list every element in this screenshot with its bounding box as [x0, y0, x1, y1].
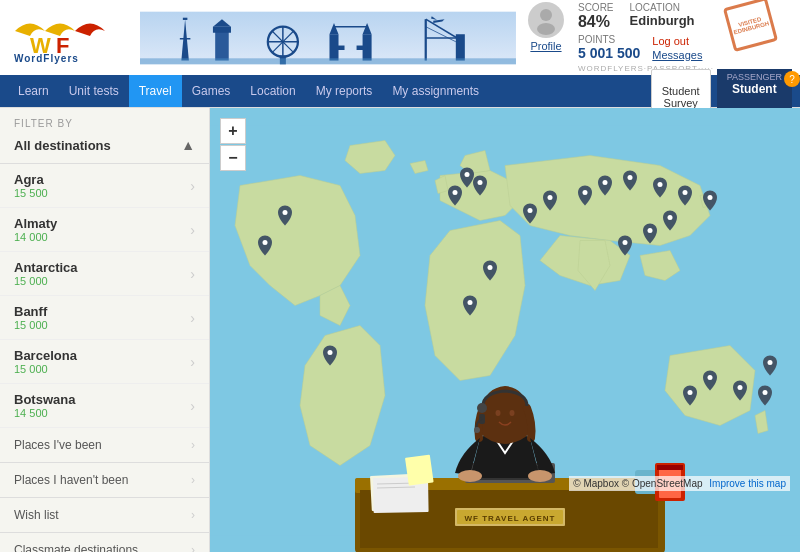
passenger-value: Student — [727, 82, 782, 96]
svg-point-42 — [708, 195, 713, 200]
classmate-destinations-section[interactable]: Classmate destinations › — [0, 533, 209, 552]
svg-point-73 — [528, 470, 552, 482]
messages-link[interactable]: Messages — [652, 49, 702, 61]
location-block: LOCATION Edinburgh — [630, 2, 695, 31]
svg-point-35 — [528, 208, 533, 213]
svg-point-48 — [283, 210, 288, 215]
location-value: Edinburgh — [630, 13, 695, 28]
svg-point-39 — [628, 175, 633, 180]
svg-rect-79 — [657, 465, 683, 470]
agent-desk-area: WF TRAVEL AGENT — [210, 358, 800, 552]
profile-link[interactable]: Profile — [530, 40, 561, 52]
avatar — [528, 2, 564, 38]
filter-label: FILTER BY — [0, 108, 209, 133]
score-label: SCORE — [578, 2, 614, 13]
destination-botswana[interactable]: Botswana 14 500 › — [0, 384, 209, 428]
passenger-block: PASSENGER Student ? — [717, 69, 792, 113]
nav-my-reports[interactable]: My reports — [306, 75, 383, 107]
logo-area: W F WordFlyers — [10, 11, 140, 64]
svg-rect-6 — [215, 30, 229, 60]
nav-bar: Learn Unit tests Travel Games Location M… — [0, 75, 800, 107]
svg-point-30 — [537, 23, 555, 35]
destination-barcelona[interactable]: Barcelona 15 000 › — [0, 340, 209, 384]
map-area[interactable]: + − — [210, 108, 800, 552]
svg-point-69 — [477, 403, 487, 413]
svg-rect-80 — [405, 455, 434, 486]
nav-location[interactable]: Location — [240, 75, 305, 107]
map-attribution: © Mapbox © OpenStreetMap Improve this ma… — [569, 476, 790, 491]
sidebar: FILTER BY All destinations ▲ Agra 15 500… — [0, 108, 210, 552]
nav-travel[interactable]: Travel — [129, 75, 182, 107]
svg-point-45 — [623, 240, 628, 245]
location-label: LOCATION — [630, 2, 695, 13]
main-content: FILTER BY All destinations ▲ Agra 15 500… — [0, 108, 800, 552]
chevron-right-icon: › — [191, 473, 195, 487]
score-block: SCORE 84% — [578, 2, 614, 31]
chevron-right-icon: › — [190, 354, 195, 370]
svg-point-38 — [603, 180, 608, 185]
svg-point-34 — [453, 190, 458, 195]
chevron-right-icon: › — [191, 543, 195, 552]
destination-almaty[interactable]: Almaty 14 000 › — [0, 208, 209, 252]
svg-rect-4 — [180, 38, 191, 40]
filter-arrow-icon: ▲ — [181, 137, 195, 153]
svg-point-44 — [648, 228, 653, 233]
improve-map-link[interactable]: Improve this map — [709, 478, 786, 489]
svg-point-68 — [510, 410, 515, 416]
svg-point-49 — [263, 240, 268, 245]
svg-point-46 — [488, 265, 493, 270]
zoom-out-button[interactable]: − — [220, 145, 246, 171]
points-block: POINTS 5 001 500 — [578, 34, 640, 61]
svg-point-72 — [458, 470, 482, 482]
filter-select[interactable]: All destinations ▲ — [0, 133, 209, 164]
destination-agra[interactable]: Agra 15 500 › — [0, 164, 209, 208]
map-controls: + − — [220, 118, 246, 171]
svg-point-37 — [583, 190, 588, 195]
nav-my-assignments[interactable]: My assignments — [382, 75, 489, 107]
svg-point-33 — [478, 180, 483, 185]
svg-rect-28 — [140, 58, 516, 64]
passenger-label: PASSENGER — [727, 72, 782, 82]
wish-list-section[interactable]: Wish list › — [0, 498, 209, 533]
svg-point-41 — [683, 190, 688, 195]
help-button[interactable]: ? — [784, 71, 800, 87]
destination-antarctica[interactable]: Antarctica 15 000 › — [0, 252, 209, 296]
nav-unit-tests[interactable]: Unit tests — [59, 75, 129, 107]
nav-learn[interactable]: Learn — [8, 75, 59, 107]
passport-stamp: VISITED EDINBURGH — [723, 0, 778, 52]
svg-text:WF TRAVEL AGENT: WF TRAVEL AGENT — [465, 514, 556, 523]
stamp-area: VISITED EDINBURGH — [728, 2, 778, 52]
places-not-been-section[interactable]: Places I haven't been › — [0, 463, 209, 498]
logout-button[interactable]: Log out — [652, 35, 702, 47]
skyline — [140, 3, 516, 73]
chevron-right-icon: › — [190, 266, 195, 282]
chevron-right-icon: › — [190, 178, 195, 194]
svg-rect-7 — [213, 26, 231, 32]
chevron-right-icon: › — [190, 222, 195, 238]
chevron-right-icon: › — [191, 508, 195, 522]
zoom-in-button[interactable]: + — [220, 118, 246, 144]
nav-right: Student Survey PASSENGER Student ? — [651, 69, 792, 113]
agent-illustration: WF TRAVEL AGENT — [305, 358, 705, 552]
svg-point-43 — [668, 215, 673, 220]
chevron-right-icon: › — [191, 438, 195, 452]
stamp-text: VISITED EDINBURGH — [731, 14, 769, 35]
score-value: 84% — [578, 13, 614, 31]
svg-point-71 — [474, 427, 480, 433]
filter-value: All destinations — [14, 138, 111, 153]
student-survey-button[interactable]: Student Survey — [651, 69, 711, 113]
nav-games[interactable]: Games — [182, 75, 241, 107]
chevron-right-icon: › — [190, 310, 195, 326]
svg-point-40 — [658, 182, 663, 187]
places-been-section[interactable]: Places I've been › — [0, 428, 209, 463]
logo-label: WordFlyers — [14, 53, 79, 64]
points-label: POINTS — [578, 34, 640, 45]
header-top: W F WordFlyers — [0, 0, 800, 75]
svg-point-47 — [468, 300, 473, 305]
svg-point-50 — [328, 350, 333, 355]
destination-banff[interactable]: Banff 15 000 › — [0, 296, 209, 340]
svg-rect-5 — [183, 17, 188, 19]
header-user: Profile SCORE 84% LOCATION Edinburgh POI… — [516, 0, 790, 79]
header: W F WordFlyers — [0, 0, 800, 108]
svg-point-32 — [465, 172, 470, 177]
